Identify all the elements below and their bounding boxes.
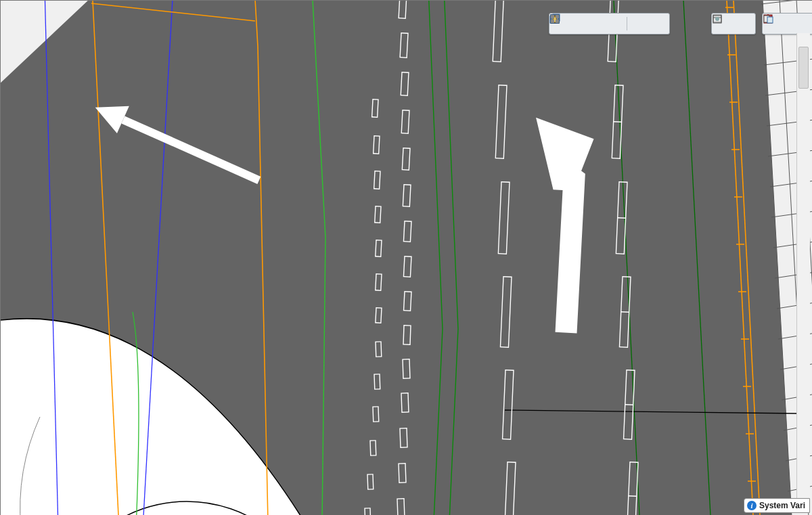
- svg-line-76: [614, 122, 622, 122]
- scrollbar-thumb[interactable]: [798, 47, 809, 89]
- model-viewport[interactable]: i System Vari: [0, 0, 812, 515]
- svg-rect-95: [556, 15, 559, 18]
- toolbar-reference[interactable]: [762, 13, 812, 35]
- svg-line-84: [629, 496, 637, 497]
- svg-line-78: [618, 218, 626, 219]
- toolbar-visual-styles[interactable]: [549, 13, 670, 35]
- svg-rect-96: [551, 20, 554, 23]
- visual-style-hidden-button[interactable]: [589, 16, 606, 32]
- svg-point-101: [715, 17, 719, 21]
- xref-clip-button[interactable]: [785, 16, 801, 32]
- visual-style-conceptual-button[interactable]: [631, 16, 647, 32]
- svg-rect-97: [556, 20, 559, 23]
- visual-style-realistic-button[interactable]: [607, 16, 623, 32]
- svg-rect-106: [767, 17, 773, 23]
- svg-line-82: [625, 405, 633, 405]
- status-notification[interactable]: i System Vari: [744, 498, 810, 513]
- status-text: System Vari: [759, 501, 805, 510]
- info-icon: i: [747, 501, 757, 510]
- toolbar-separator: [627, 17, 627, 30]
- visual-style-wireframe-button[interactable]: [572, 16, 588, 32]
- vertical-scrollbar[interactable]: [796, 33, 810, 499]
- visual-style-manager-button[interactable]: [648, 16, 664, 32]
- xref-manage-button[interactable]: [803, 16, 812, 32]
- style-manager-button[interactable]: [734, 16, 750, 32]
- svg-line-80: [621, 312, 629, 313]
- toolbar-styles[interactable]: [711, 13, 756, 35]
- drawing-canvas[interactable]: [1, 1, 812, 515]
- svg-rect-94: [551, 15, 554, 18]
